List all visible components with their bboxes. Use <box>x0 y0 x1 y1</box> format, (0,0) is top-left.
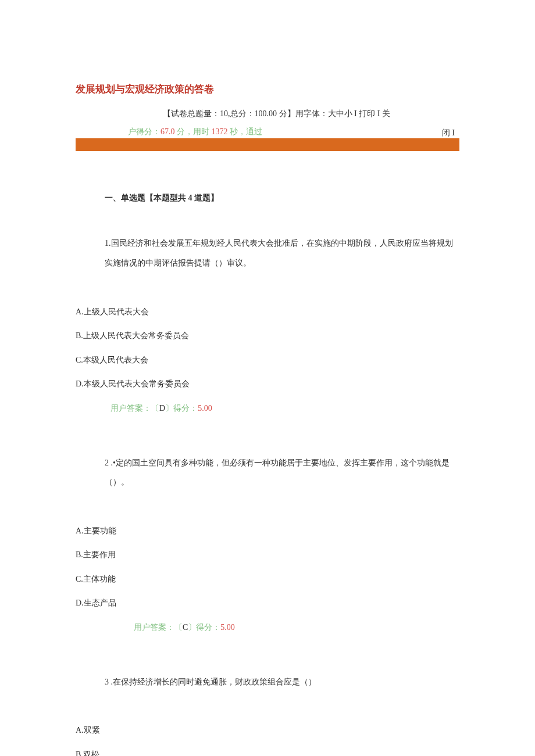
q2-num: 2 <box>105 458 109 467</box>
q1-option-b: B.上级人民代表大会常务委员会 <box>76 326 459 346</box>
q2-ans-score: 5.00 <box>220 623 235 632</box>
font-label: 用字体：大中小 I 打印 I 关 <box>295 109 390 118</box>
q1-answer: 用户答案：〔D〕得分：5.00 <box>110 399 459 418</box>
total-score: 100.00 <box>255 109 277 118</box>
q2-ans-prefix: 用户答案：〔 <box>134 623 183 632</box>
q1-ans-mid: 〕得分： <box>165 404 198 413</box>
q1-ans-letter: D <box>159 404 165 413</box>
q2-ans-mid: 〕得分： <box>188 623 220 632</box>
score-prefix: 户得分： <box>128 127 160 136</box>
page-title: 发展规划与宏观经济政策的答卷 <box>76 81 459 97</box>
q2-option-d: D.生态产品 <box>76 593 459 613</box>
divider-bar: 闭 I <box>76 138 459 151</box>
question-2-options: A.主要功能 B.主要作用 C.主体功能 D.生态产品 用户答案：〔C〕得分：5… <box>76 521 459 637</box>
question-2: 2 .•定的国土空间具有多种功能，但必须有一种功能居于主要地位、发挥主要作用，这… <box>105 453 459 492</box>
comma: ,总分： <box>228 109 255 118</box>
q2-answer: 用户答案：〔C〕得分：5.00 <box>134 618 459 637</box>
time-value: 1372 <box>212 127 228 136</box>
score-unit: 分】 <box>277 109 295 118</box>
q1-ans-score: 5.00 <box>198 404 212 413</box>
q2-option-c: C.主体功能 <box>76 569 459 589</box>
time-prefix: 用时 <box>193 127 212 136</box>
q1-option-d: D.本级人民代表大会常务委员会 <box>76 374 459 394</box>
user-score: 67.0 <box>160 127 175 136</box>
summary-prefix: 【试卷总题量： <box>163 109 220 118</box>
question-1-text: 1.国民经济和社会发展五年规划经人民代表大会批准后，在实施的中期阶段，人民政府应… <box>105 239 453 267</box>
total-questions: 10 <box>220 109 228 118</box>
question-3-text: .在保持经济增长的同时避免通胀，财政政策组合应是（） <box>109 678 316 686</box>
q1-option-c: C.本级人民代表大会 <box>76 350 459 370</box>
question-3: 3 .在保持经济增长的同时避免通胀，财政政策组合应是（） <box>105 672 459 692</box>
q1-option-a: A.上级人民代表大会 <box>76 302 459 322</box>
q3-option-a: A.双紧 <box>76 721 459 740</box>
section-header: 一、单选题【本题型共 4 道题】 <box>105 192 459 205</box>
score-suffix: 分， <box>175 127 194 136</box>
question-1-options: A.上级人民代表大会 B.上级人民代表大会常务委员会 C.本级人民代表大会 D.… <box>76 302 459 418</box>
score-line: 户得分：67.0 分，用时 1372 秒，通过 <box>128 126 459 138</box>
question-3-options: A.双紧 B.双松 <box>76 721 459 756</box>
question-1: 1.国民经济和社会发展五年规划经人民代表大会批准后，在实施的中期阶段，人民政府应… <box>105 234 459 273</box>
time-suffix: 秒，通过 <box>228 127 263 136</box>
q3-option-b: B.双松 <box>76 745 459 756</box>
q1-ans-prefix: 用户答案：〔 <box>110 404 159 413</box>
meta-line: 【试卷总题量：10,总分：100.00 分】用字体：大中小 I 打印 I 关 <box>163 108 459 120</box>
question-2-text: .•定的国土空间具有多种功能，但必须有一种功能居于主要地位、发挥主要作用，这个功… <box>105 458 450 487</box>
close-label: 闭 I <box>442 127 455 139</box>
q3-num: 3 <box>105 678 109 686</box>
q2-ans-letter: C <box>183 623 188 632</box>
q2-option-a: A.主要功能 <box>76 521 459 541</box>
q2-option-b: B.主要作用 <box>76 545 459 565</box>
